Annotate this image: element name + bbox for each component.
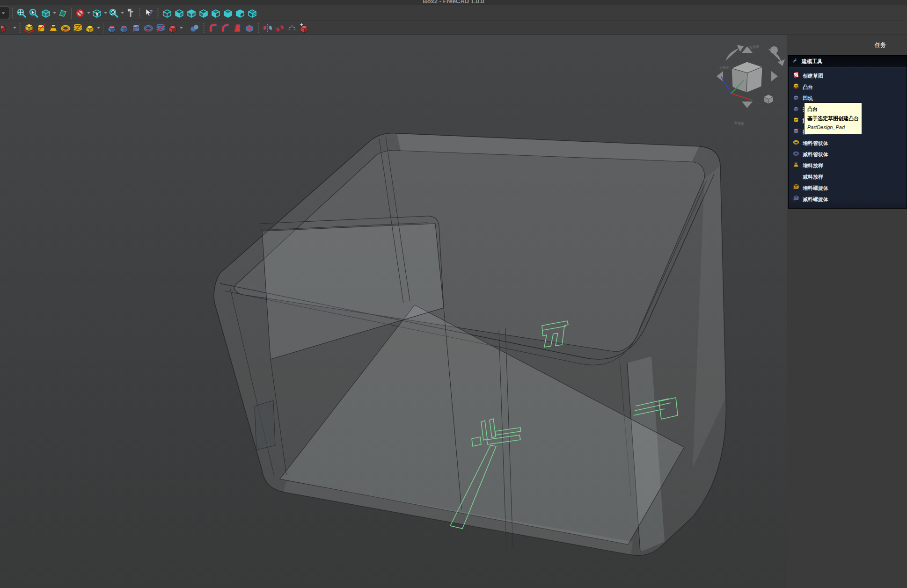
revolution-icon[interactable] bbox=[35, 22, 47, 34]
fillet-icon[interactable] bbox=[207, 22, 219, 34]
toolbar-grip[interactable] bbox=[257, 23, 260, 33]
svg-text:?: ? bbox=[149, 8, 153, 15]
draft-icon[interactable] bbox=[231, 22, 243, 34]
additive-primitive-dropdown-icon[interactable] bbox=[96, 22, 101, 34]
nav-main-cube[interactable] bbox=[729, 62, 765, 93]
workspace: 上视图 前视图 右视图 任务 bbox=[0, 35, 907, 588]
tool-item-label: 减料螺旋体 bbox=[803, 196, 828, 203]
section-view-icon[interactable] bbox=[57, 7, 69, 19]
toolbar-grip[interactable] bbox=[19, 23, 21, 33]
fit-selection-icon[interactable] bbox=[28, 7, 40, 19]
pad-icon[interactable] bbox=[23, 22, 35, 34]
clipping-plane-icon[interactable] bbox=[74, 7, 86, 19]
view-top-icon[interactable] bbox=[185, 7, 197, 19]
pocket-icon bbox=[793, 94, 799, 102]
create-body-button-dropdown-icon[interactable] bbox=[12, 22, 17, 34]
toolbar-separator bbox=[186, 22, 186, 34]
subtractive-pipe-icon[interactable] bbox=[142, 22, 154, 34]
tool-item-label: 减料管状体 bbox=[803, 151, 828, 158]
tool-item-subtractive-pipe[interactable]: 减料管状体 bbox=[789, 149, 907, 160]
toolbar-separator bbox=[71, 7, 72, 19]
view-toolbar: ? bbox=[0, 5, 907, 21]
multitransform-icon[interactable] bbox=[298, 22, 310, 34]
toolbar-grip[interactable] bbox=[157, 8, 159, 18]
toolbar-grip[interactable] bbox=[139, 8, 141, 18]
3d-viewport[interactable]: 上视图 前视图 右视图 bbox=[0, 35, 787, 588]
modeling-tools-header[interactable]: 建模工具 bbox=[789, 56, 907, 68]
navigation-cube[interactable]: 上视图 前视图 右视图 bbox=[717, 45, 785, 126]
toolbar-grip[interactable] bbox=[11, 8, 14, 18]
additive-helix-icon[interactable] bbox=[72, 22, 84, 34]
tool-item-subtractive-helix[interactable]: 减料螺旋体 bbox=[789, 194, 907, 205]
nav-arrow-down-icon[interactable] bbox=[742, 102, 753, 108]
nav-small-cube-icon[interactable] bbox=[764, 94, 773, 104]
view-rear-icon[interactable] bbox=[210, 7, 222, 19]
toolbar-overflow-button[interactable] bbox=[0, 7, 9, 19]
hole-icon[interactable] bbox=[118, 22, 130, 34]
tool-item-subtractive-loft[interactable]: 减料放样 bbox=[789, 171, 907, 182]
toolbar-grip[interactable] bbox=[203, 23, 205, 33]
chamfer-icon[interactable] bbox=[219, 22, 231, 34]
rotate-view-icon[interactable] bbox=[108, 7, 120, 19]
task-panel-tab[interactable]: 任务 bbox=[787, 35, 907, 55]
measure-icon[interactable] bbox=[124, 7, 137, 19]
pocket-icon[interactable] bbox=[106, 22, 118, 34]
nav-cube-right-label: 右视图 bbox=[749, 45, 759, 50]
polar-pattern-icon[interactable] bbox=[286, 22, 298, 34]
view-isometric-icon[interactable] bbox=[161, 7, 173, 19]
task-tab-label: 任务 bbox=[875, 41, 886, 49]
view-front-icon[interactable] bbox=[173, 7, 185, 19]
3d-scene[interactable]: 上视图 前视图 右视图 bbox=[0, 35, 787, 588]
groove-icon[interactable] bbox=[130, 22, 142, 34]
tool-item-label: 挖槽 bbox=[803, 129, 813, 136]
wall-notch[interactable] bbox=[255, 400, 275, 450]
toolbar-separator bbox=[103, 22, 103, 34]
nav-arrow-left-icon[interactable] bbox=[717, 71, 723, 81]
tool-item-additive-pipe[interactable]: 增料管状体 bbox=[789, 138, 907, 149]
tool-item-label: 凸台 bbox=[803, 84, 813, 91]
tool-item-label: 创建草图 bbox=[803, 73, 823, 80]
fit-all-icon[interactable] bbox=[15, 7, 28, 19]
title-bar: Box2 - FreeCAD 1.0.0 bbox=[0, 0, 907, 5]
tool-item-revolution[interactable]: 旋转 bbox=[789, 115, 907, 126]
additive-helix-icon bbox=[793, 184, 799, 192]
additive-pipe-icon[interactable] bbox=[59, 22, 72, 34]
thickness-icon[interactable] bbox=[243, 22, 256, 34]
view-bottom-icon[interactable] bbox=[222, 7, 234, 19]
axis-z bbox=[721, 77, 731, 94]
tool-item-hole[interactable]: 孔 bbox=[789, 104, 907, 115]
tool-item-groove[interactable]: 挖槽 bbox=[789, 126, 907, 138]
additive-primitive-icon[interactable] bbox=[84, 22, 96, 34]
subtractive-helix-icon[interactable] bbox=[154, 22, 167, 34]
nav-sphere-icon[interactable] bbox=[770, 46, 778, 54]
draw-style-icon[interactable] bbox=[40, 7, 52, 19]
tool-item-label: 增料放样 bbox=[803, 162, 823, 169]
rotate-view-dropdown-icon[interactable] bbox=[120, 7, 124, 19]
tool-item-create-sketch[interactable]: 创建草图 bbox=[789, 70, 907, 81]
view-right-icon[interactable] bbox=[197, 7, 210, 19]
nav-rotate-left-icon[interactable] bbox=[725, 45, 744, 61]
tool-item-additive-helix[interactable]: 增料螺旋体 bbox=[789, 182, 907, 194]
subtractive-primitive-dropdown-icon[interactable] bbox=[179, 22, 183, 34]
tool-item-pocket[interactable]: 凹坑 bbox=[789, 93, 907, 104]
boolean-operation-icon[interactable] bbox=[189, 22, 201, 34]
whats-this-icon[interactable]: ? bbox=[143, 7, 155, 19]
box-zoom-icon[interactable] bbox=[91, 7, 103, 19]
view-left-icon[interactable] bbox=[234, 7, 246, 19]
subtractive-primitive-icon[interactable] bbox=[167, 22, 179, 34]
tool-item-label: 增料螺旋体 bbox=[803, 185, 828, 192]
tool-item-pad[interactable]: 凸台 bbox=[789, 81, 907, 93]
nav-arrow-right-icon[interactable] bbox=[771, 71, 778, 81]
tool-item-label: 凹坑 bbox=[803, 95, 813, 102]
linear-pattern-icon[interactable] bbox=[274, 22, 286, 34]
pad-icon bbox=[793, 83, 799, 91]
revolution-icon bbox=[793, 116, 799, 125]
view-axonometric-icon[interactable] bbox=[246, 7, 258, 19]
mirrored-icon[interactable] bbox=[262, 22, 274, 34]
draw-style-dropdown-icon[interactable] bbox=[52, 7, 57, 19]
additive-loft-icon[interactable] bbox=[47, 22, 59, 34]
box-zoom-dropdown-icon[interactable] bbox=[103, 7, 108, 19]
create-body-button[interactable] bbox=[0, 22, 12, 34]
clipping-plane-dropdown-icon[interactable] bbox=[86, 7, 91, 19]
tool-item-additive-loft[interactable]: 增料放样 bbox=[789, 160, 907, 171]
